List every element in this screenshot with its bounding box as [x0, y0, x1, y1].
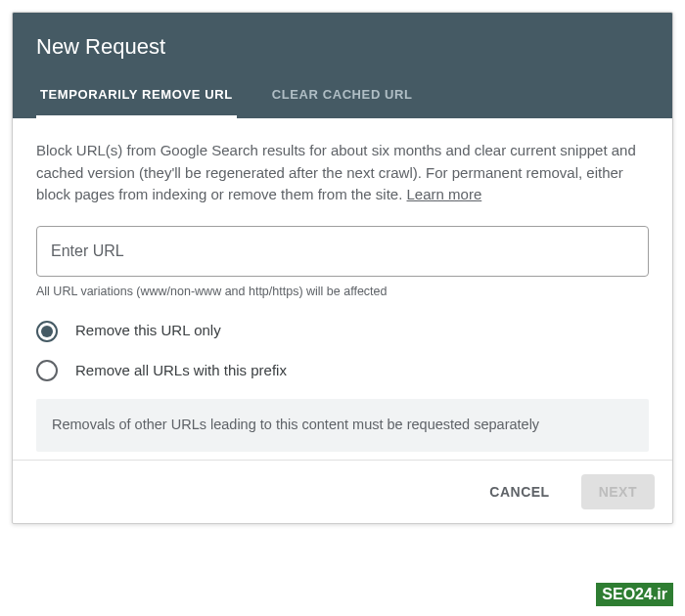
url-hint: All URL variations (www/non-www and http…	[36, 283, 649, 301]
option-label: Remove this URL only	[75, 320, 221, 342]
url-input[interactable]	[36, 226, 649, 277]
dialog-footer: CANCEL NEXT	[13, 460, 672, 523]
option-label: Remove all URLs with this prefix	[75, 360, 287, 382]
description-text: Block URL(s) from Google Search results …	[36, 140, 649, 206]
watermark: SEO24.ir	[596, 583, 673, 606]
learn-more-link[interactable]: Learn more	[407, 186, 482, 202]
option-remove-all-urls-with-prefix[interactable]: Remove all URLs with this prefix	[36, 360, 649, 382]
dialog-title: New Request	[36, 34, 649, 60]
tabs: TEMPORARILY REMOVE URL CLEAR CACHED URL	[36, 87, 649, 118]
option-remove-this-url-only[interactable]: Remove this URL only	[36, 320, 649, 342]
radio-icon	[36, 321, 58, 342]
dialog-body: Block URL(s) from Google Search results …	[13, 118, 672, 460]
tab-clear-cached-url[interactable]: CLEAR CACHED URL	[268, 87, 417, 118]
tab-temporarily-remove-url[interactable]: TEMPORARILY REMOVE URL	[36, 87, 237, 118]
new-request-dialog: New Request TEMPORARILY REMOVE URL CLEAR…	[12, 12, 673, 524]
radio-icon	[36, 360, 58, 381]
description-content: Block URL(s) from Google Search results …	[36, 142, 636, 202]
note-box: Removals of other URLs leading to this c…	[36, 399, 649, 452]
dialog-header: New Request TEMPORARILY REMOVE URL CLEAR…	[13, 13, 672, 118]
cancel-button[interactable]: CANCEL	[472, 474, 567, 509]
next-button[interactable]: NEXT	[581, 474, 655, 509]
